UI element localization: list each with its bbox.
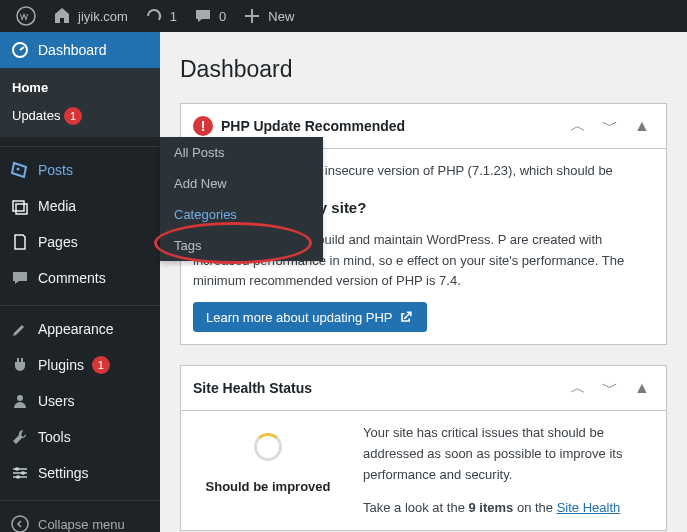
menu-appearance[interactable]: Appearance <box>0 311 160 347</box>
menu-comments[interactable]: Comments <box>0 260 160 296</box>
flyout-tags[interactable]: Tags <box>160 230 323 261</box>
svg-point-10 <box>12 516 28 532</box>
menu-settings[interactable]: Settings <box>0 455 160 491</box>
health-panel-title: Site Health Status <box>193 380 558 396</box>
updates-link[interactable]: 1 <box>136 0 185 32</box>
wp-logo[interactable] <box>8 0 44 32</box>
comments-link[interactable]: 0 <box>185 0 234 32</box>
flyout-add-new[interactable]: Add New <box>160 168 323 199</box>
warning-icon: ! <box>193 116 213 136</box>
panel-up-icon[interactable]: ︿ <box>566 376 590 400</box>
page-title: Dashboard <box>180 56 667 83</box>
panel-down-icon[interactable]: ﹀ <box>598 114 622 138</box>
svg-point-0 <box>17 7 35 25</box>
menu-users[interactable]: Users <box>0 383 160 419</box>
posts-flyout: All Posts Add New Categories Tags <box>160 137 323 261</box>
php-panel-title: PHP Update Recommended <box>221 118 558 134</box>
loading-spinner-icon <box>254 433 282 461</box>
site-health-panel: Site Health Status ︿ ﹀ ▲ Should be impro… <box>180 365 667 531</box>
menu-dashboard[interactable]: Dashboard <box>0 32 160 68</box>
health-message: Your site has critical issues that shoul… <box>363 423 654 485</box>
site-link[interactable]: jiyik.com <box>44 0 136 32</box>
menu-media[interactable]: Media <box>0 188 160 224</box>
menu-pages[interactable]: Pages <box>0 224 160 260</box>
health-look-text: Take a look at the 9 items on the Site H… <box>363 498 654 519</box>
panel-toggle-icon[interactable]: ▲ <box>630 114 654 138</box>
health-status-text: Should be improved <box>193 477 343 498</box>
submenu-home[interactable]: Home <box>0 74 160 101</box>
learn-more-button[interactable]: Learn more about updating PHP <box>193 302 427 332</box>
svg-point-3 <box>17 395 23 401</box>
flyout-all-posts[interactable]: All Posts <box>160 137 323 168</box>
menu-tools[interactable]: Tools <box>0 419 160 455</box>
menu-plugins[interactable]: Plugins 1 <box>0 347 160 383</box>
new-link[interactable]: New <box>234 0 302 32</box>
panel-toggle-icon[interactable]: ▲ <box>630 376 654 400</box>
panel-down-icon[interactable]: ﹀ <box>598 376 622 400</box>
svg-point-7 <box>15 467 19 471</box>
site-health-link[interactable]: Site Health <box>557 500 621 515</box>
panel-up-icon[interactable]: ︿ <box>566 114 590 138</box>
menu-posts[interactable]: Posts <box>0 152 160 188</box>
flyout-categories[interactable]: Categories <box>160 199 323 230</box>
collapse-menu[interactable]: Collapse menu <box>0 506 160 532</box>
svg-point-2 <box>17 168 20 171</box>
svg-point-9 <box>16 475 20 479</box>
svg-point-8 <box>21 471 25 475</box>
submenu-updates[interactable]: Updates 1 <box>0 101 160 131</box>
